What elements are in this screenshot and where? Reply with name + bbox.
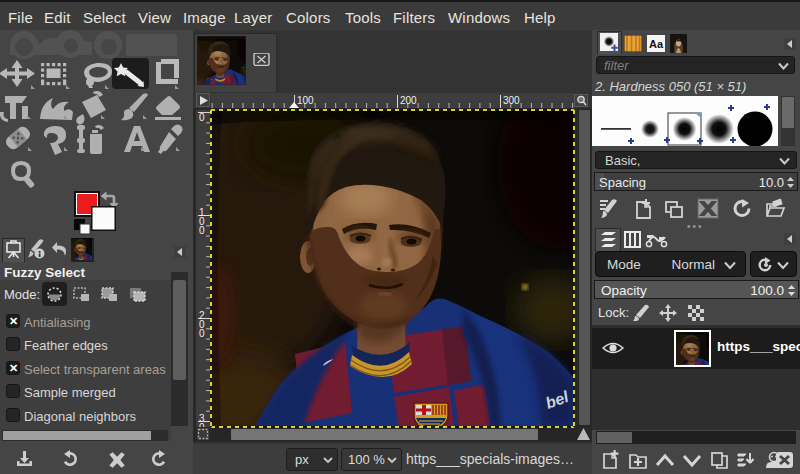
svg-text:0: 0 (199, 112, 205, 123)
svg-text:100: 100 (297, 95, 314, 106)
svg-text:0: 0 (199, 225, 205, 236)
svg-text:0: 0 (199, 422, 205, 427)
svg-text:Aa: Aa (649, 38, 664, 50)
svg-text:0: 0 (199, 328, 205, 339)
svg-text:300: 300 (503, 95, 520, 106)
svg-text:200: 200 (400, 95, 417, 106)
